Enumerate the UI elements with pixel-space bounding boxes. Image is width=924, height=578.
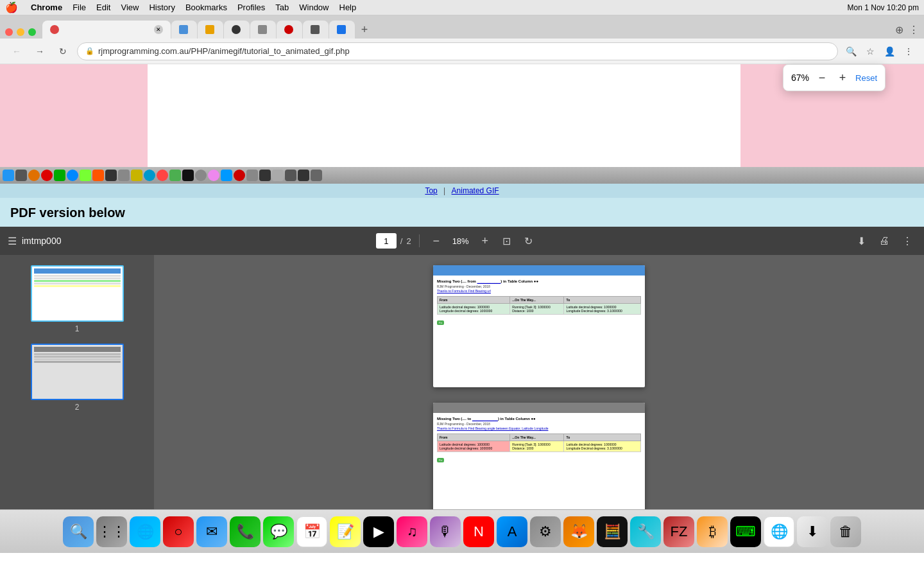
menubar-bookmarks[interactable]: Bookmarks [185, 3, 227, 12]
zoom-popup: 67% − + Reset [783, 64, 886, 91]
thumb-2-row-3 [34, 358, 121, 360]
dock-music[interactable]: ♫ [397, 516, 427, 547]
menubar-edit[interactable]: Edit [96, 3, 110, 12]
active-tab[interactable]: ✕ [42, 21, 171, 39]
pdf-zoom-value: 18% [449, 236, 472, 246]
thumb-1-row-highlight [34, 285, 121, 287]
pdf-print-button[interactable]: 🖨 [875, 232, 893, 250]
pdf-body: 1 2 [0, 255, 924, 509]
bookmark-icon[interactable]: ☆ [862, 44, 878, 59]
pdf-toolbar-center: / 2 − 18% + ⊡ ↻ [66, 232, 847, 250]
minimize-window-btn[interactable] [17, 28, 24, 36]
reload-button[interactable]: ↻ [54, 42, 72, 60]
dock-terminal[interactable]: ⌨ [730, 516, 761, 547]
dock-opera[interactable]: ○ [163, 516, 194, 547]
dock-firefox[interactable]: 🦊 [563, 516, 594, 547]
dock-news[interactable]: N [463, 516, 494, 547]
menubar-window[interactable]: Window [299, 3, 329, 12]
page-dock-bar [0, 167, 924, 184]
tab-6[interactable] [277, 21, 302, 39]
top-link[interactable]: Top [425, 186, 437, 195]
pdf-page-2-table: From ...On The Way... To Latitude decima… [437, 434, 641, 452]
pdf-fix-badge-2: Fix [437, 458, 444, 462]
dock-filezilla[interactable]: FZ [663, 516, 694, 547]
pdf-fix-badge: Fix [437, 320, 444, 325]
menubar-help[interactable]: Help [339, 3, 357, 12]
pdf-zoom-in-button[interactable]: + [476, 232, 494, 250]
dock-calculator[interactable]: 🧮 [597, 516, 628, 547]
dock-trash[interactable]: 🗑 [830, 516, 861, 547]
zoom-reset-button[interactable]: Reset [855, 73, 877, 83]
pdf-page-input[interactable] [376, 233, 397, 249]
new-tab-button[interactable]: + [355, 21, 373, 39]
menubar-time: Mon 1 Nov 10:20 pm [848, 3, 919, 12]
pdf-thumbnail-2[interactable] [31, 344, 124, 400]
zoom-in-button[interactable]: + [835, 70, 850, 85]
thumb-2-row-2 [34, 356, 121, 358]
pdf-table-p2-col-way: ...On The Way... [510, 434, 564, 441]
menubar-profiles[interactable]: Profiles [237, 3, 265, 12]
maximize-window-btn[interactable] [28, 28, 36, 36]
pdf-more-button[interactable]: ⋮ [898, 232, 916, 250]
browser-options-icon[interactable]: ⋮ [901, 44, 916, 59]
pdf-page-2-title-row: Missing Two (.... to ____________) in Ta… [437, 417, 641, 431]
dock-appletv[interactable]: ▶ [363, 516, 394, 547]
pdf-main-area[interactable]: Missing Two (.... from ___________) in T… [154, 255, 924, 509]
pdf-fit-button[interactable]: ⊡ [498, 232, 516, 250]
pdf-table-p2-cell-to: Latitude decimal degrees: 1000000Longitu… [564, 441, 641, 451]
pdf-title: imtmp000 [22, 236, 61, 246]
menubar-history[interactable]: History [149, 3, 175, 12]
close-window-btn[interactable] [5, 28, 13, 36]
dock-safari[interactable]: 🌐 [130, 516, 160, 547]
zoom-out-button[interactable]: − [814, 70, 830, 85]
pdf-table-col-from: From [438, 296, 510, 303]
dock-podcasts[interactable]: 🎙 [430, 516, 461, 547]
dock-facetime[interactable]: 📞 [230, 516, 261, 547]
pdf-zoom-out-button[interactable]: − [427, 232, 445, 250]
pdf-thumbnail-sidebar: 1 2 [0, 255, 154, 509]
close-tab-btn[interactable]: ✕ [154, 25, 163, 34]
dock-messages[interactable]: 💬 [263, 516, 294, 547]
thumb-2-header [34, 347, 121, 352]
pdf-rotate-button[interactable]: ↻ [520, 232, 538, 250]
tab-2[interactable] [171, 21, 197, 39]
back-button[interactable]: ← [8, 42, 26, 60]
dock-sequelace[interactable]: 🔧 [630, 516, 661, 547]
dock-systemprefs[interactable]: ⚙ [530, 516, 561, 547]
profile-avatar[interactable]: 👤 [882, 44, 897, 59]
tab-8[interactable] [329, 21, 355, 39]
dock-mail[interactable]: ✉ [196, 516, 227, 547]
apple-menu[interactable]: 🍎 [5, 1, 18, 13]
animated-gif-link[interactable]: Animated GIF [452, 186, 499, 195]
dock-bitcoin[interactable]: ₿ [697, 516, 728, 547]
tab-3[interactable] [198, 21, 223, 39]
pdf-menu-icon[interactable]: ☰ [8, 235, 17, 247]
tab-5[interactable] [250, 21, 276, 39]
pdf-download-button[interactable]: ⬇ [852, 232, 870, 250]
menubar-file[interactable]: File [73, 3, 86, 12]
menubar-chrome[interactable]: Chrome [31, 3, 62, 12]
pdf-thumb-2-container: 2 [31, 344, 124, 412]
url-bar[interactable]: 🔒 rjmprogramming.com.au/PHP/animegif/tut… [77, 42, 838, 60]
pdf-page-1-subtitle: RJM Programming - December, 2018 [437, 285, 538, 289]
forward-button[interactable]: → [31, 42, 49, 60]
dock-launchpad[interactable]: ⋮⋮ [96, 516, 127, 547]
tab-7[interactable] [303, 21, 329, 39]
dock-downloads[interactable]: ⬇ [797, 516, 828, 547]
menubar-tab[interactable]: Tab [275, 3, 289, 12]
dock-finder[interactable]: 🔍 [63, 516, 94, 547]
white-content-box [148, 64, 740, 167]
browser-profile-icon[interactable]: ⊕ [895, 24, 903, 36]
browser-menu-btn[interactable]: ⋮ [909, 24, 919, 36]
tab-4[interactable] [224, 21, 250, 39]
pdf-thumbnail-1[interactable] [31, 265, 124, 322]
dock-notes[interactable]: 📝 [330, 516, 361, 547]
dock-chrome[interactable]: 🌐 [764, 516, 794, 547]
pdf-toolbar-right: ⬇ 🖨 ⋮ [852, 232, 916, 250]
search-icon[interactable]: 🔍 [843, 44, 859, 59]
pdf-thumb-2-num: 2 [75, 403, 80, 412]
menubar-view[interactable]: View [121, 3, 139, 12]
dock-calendar[interactable]: 📅 [296, 516, 327, 547]
lock-icon: 🔒 [85, 47, 94, 55]
dock-appstore[interactable]: A [497, 516, 527, 547]
